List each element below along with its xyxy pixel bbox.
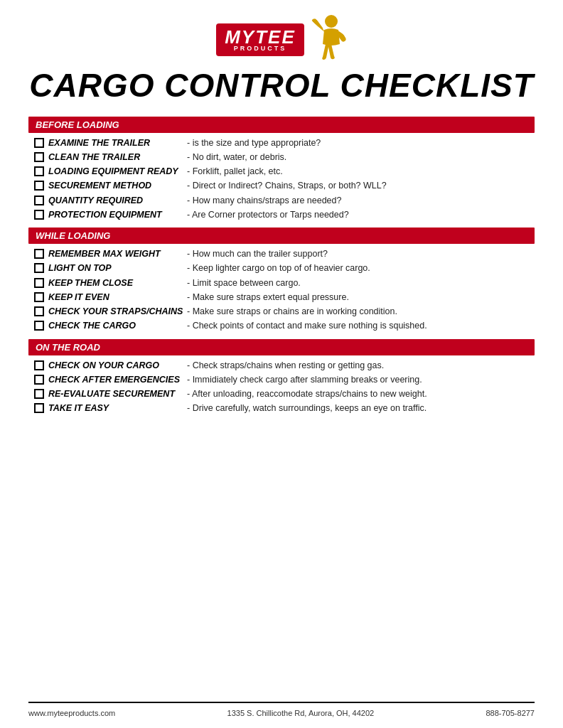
page: MYTEE PRODUCTS CARGO CONTRO — [0, 0, 563, 728]
checkbox[interactable] — [34, 181, 44, 191]
section-header-on-the-road: ON THE ROAD — [28, 339, 535, 355]
header: MYTEE PRODUCTS CARGO CONTRO — [28, 14, 535, 104]
list-item: REMEMBER MAX WEIGHT- How much can the tr… — [28, 247, 535, 261]
list-item: LIGHT ON TOP- Keep lighter cargo on top … — [28, 261, 535, 275]
item-label: CHECK AFTER EMERGENCIES — [48, 374, 187, 385]
footer: www.myteeproducts.com 1335 S. Chillicoth… — [28, 702, 535, 717]
item-label: CHECK THE CARGO — [48, 320, 187, 331]
item-desc: - Limit space between cargo. — [187, 277, 535, 289]
list-item: CLEAN THE TRAILER- No dirt, water, or de… — [28, 150, 535, 164]
main-title: CARGO CONTROL CHECKLIST — [29, 68, 534, 104]
item-label: TAKE IT EASY — [48, 402, 187, 414]
list-item: KEEP THEM CLOSE- Limit space between car… — [28, 276, 535, 290]
list-item: PROTECTION EQUIPMENT- Are Corner protect… — [28, 208, 535, 222]
logo-mytee: MYTEE — [225, 28, 296, 46]
item-label: KEEP THEM CLOSE — [48, 277, 187, 289]
checklist-before-loading: EXAMINE THE TRAILER- is the size and typ… — [28, 136, 535, 223]
item-label: LIGHT ON TOP — [48, 262, 187, 274]
item-label: SECUREMENT METHOD — [48, 180, 187, 191]
section-header-before-loading: BEFORE LOADING — [28, 117, 535, 133]
item-label: REMEMBER MAX WEIGHT — [48, 248, 187, 259]
checkbox[interactable] — [34, 321, 44, 331]
list-item: RE-EVALUATE SECUREMENT- After unloading,… — [28, 387, 535, 401]
checkbox[interactable] — [34, 278, 44, 288]
list-item: KEEP IT EVEN- Make sure straps extert eq… — [28, 290, 535, 304]
list-item: CHECK YOUR STRAPS/CHAINS- Make sure stra… — [28, 304, 535, 318]
list-item: LOADING EQUIPMENT READY- Forklift, palle… — [28, 164, 535, 178]
checkbox[interactable] — [34, 263, 44, 273]
item-desc: - Direct or Indirect? Chains, Straps, or… — [187, 180, 535, 191]
item-label: QUANTITY REQUIRED — [48, 195, 187, 206]
item-desc: - Make sure straps or chains are in work… — [187, 306, 535, 317]
checkbox[interactable] — [34, 196, 44, 205]
item-desc: - Keep lighter cargo on top of of heavie… — [187, 262, 535, 274]
checkbox[interactable] — [34, 375, 44, 385]
checkbox[interactable] — [34, 389, 44, 399]
item-desc: - How many chains/straps are needed? — [187, 195, 535, 206]
item-label: CHECK YOUR STRAPS/CHAINS — [48, 306, 187, 317]
item-desc: - How much can the trailer support? — [187, 248, 535, 259]
checkbox[interactable] — [34, 152, 44, 162]
item-label: RE-EVALUATE SECUREMENT — [48, 388, 187, 400]
list-item: CHECK ON YOUR CARGO- Check straps/chains… — [28, 358, 535, 373]
checkbox[interactable] — [34, 249, 44, 259]
item-desc: - Are Corner protectors or Tarps needed? — [187, 209, 535, 220]
list-item: CHECK THE CARGO- Check points of contact… — [28, 318, 535, 333]
item-label: CHECK ON YOUR CARGO — [48, 360, 187, 371]
item-desc: - Make sure straps extert equal pressure… — [187, 291, 535, 303]
item-label: PROTECTION EQUIPMENT — [48, 209, 187, 220]
list-item: CHECK AFTER EMERGENCIES- Immidiately che… — [28, 373, 535, 387]
item-label: EXAMINE THE TRAILER — [48, 137, 187, 149]
checklist-while-loading: REMEMBER MAX WEIGHT- How much can the tr… — [28, 247, 535, 333]
checkbox[interactable] — [34, 403, 44, 413]
footer-phone: 888-705-8277 — [486, 709, 535, 717]
checkbox[interactable] — [34, 166, 44, 176]
section-header-while-loading: WHILE LOADING — [28, 228, 535, 244]
checkbox[interactable] — [34, 138, 44, 148]
item-desc: - Immidiately check cargo after slamming… — [187, 374, 535, 385]
logo-products: PRODUCTS — [234, 45, 287, 52]
logo-box: MYTEE PRODUCTS — [216, 23, 304, 56]
item-desc: - Forklift, pallet jack, etc. — [187, 166, 535, 177]
list-item: TAKE IT EASY- Drive carefully, watch sur… — [28, 401, 535, 415]
item-label: CLEAN THE TRAILER — [48, 151, 187, 163]
sections-container: BEFORE LOADINGEXAMINE THE TRAILER- is th… — [28, 111, 535, 419]
footer-website: www.myteeproducts.com — [28, 709, 115, 717]
mascot-icon — [304, 14, 347, 65]
list-item: SECUREMENT METHOD- Direct or Indirect? C… — [28, 178, 535, 193]
checkbox[interactable] — [34, 360, 44, 370]
checkbox[interactable] — [34, 306, 44, 316]
svg-point-0 — [325, 15, 338, 28]
list-item: EXAMINE THE TRAILER- is the size and typ… — [28, 136, 535, 150]
item-desc: - After unloading, reaccomodate straps/c… — [187, 388, 535, 400]
item-desc: - Check straps/chains when resting or ge… — [187, 360, 535, 371]
checkbox[interactable] — [34, 292, 44, 302]
logo-area: MYTEE PRODUCTS — [216, 14, 347, 65]
footer-address: 1335 S. Chillicothe Rd, Aurora, OH, 4420… — [227, 709, 375, 717]
item-desc: - Drive carefully, watch surroundings, k… — [187, 402, 535, 414]
item-desc: - is the size and type appropriate? — [187, 137, 535, 149]
list-item: QUANTITY REQUIRED- How many chains/strap… — [28, 193, 535, 208]
checklist-on-the-road: CHECK ON YOUR CARGO- Check straps/chains… — [28, 358, 535, 416]
checkbox[interactable] — [34, 210, 44, 220]
item-desc: - No dirt, water, or debris. — [187, 151, 535, 163]
item-desc: - Check points of contact and make sure … — [187, 320, 535, 331]
item-label: KEEP IT EVEN — [48, 291, 187, 303]
item-label: LOADING EQUIPMENT READY — [48, 166, 187, 177]
